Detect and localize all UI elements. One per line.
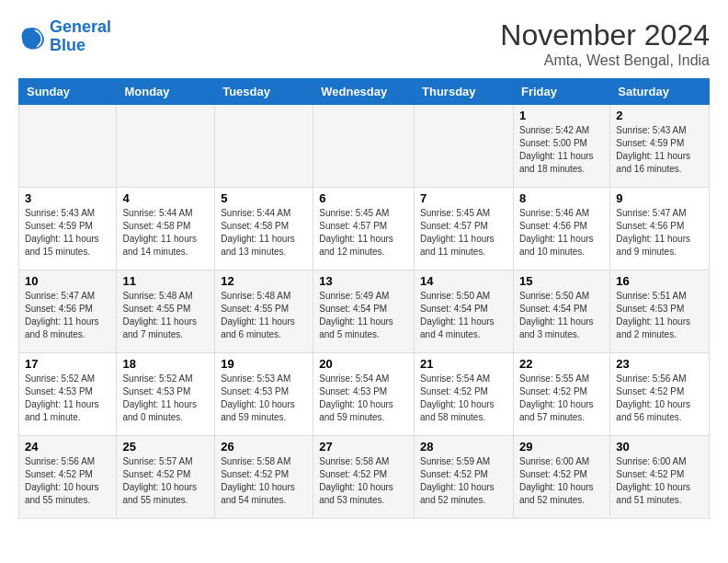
- logo-line2: Blue: [50, 36, 85, 54]
- day-number: 26: [221, 440, 307, 454]
- week-row-2: 3Sunrise: 5:43 AM Sunset: 4:59 PM Daylig…: [19, 188, 710, 270]
- week-row-1: 1Sunrise: 5:42 AM Sunset: 5:00 PM Daylig…: [19, 105, 710, 188]
- day-info: Sunrise: 5:52 AM Sunset: 4:53 PM Dayligh…: [122, 373, 209, 424]
- calendar-cell: 20Sunrise: 5:54 AM Sunset: 4:53 PM Dayli…: [313, 353, 415, 436]
- day-info: Sunrise: 5:54 AM Sunset: 4:53 PM Dayligh…: [319, 373, 408, 424]
- calendar-cell: 17Sunrise: 5:52 AM Sunset: 4:53 PM Dayli…: [19, 353, 117, 436]
- day-number: 9: [616, 191, 703, 205]
- calendar-cell: 6Sunrise: 5:45 AM Sunset: 4:57 PM Daylig…: [313, 188, 415, 270]
- calendar-cell: [313, 105, 415, 188]
- calendar-cell: 27Sunrise: 5:58 AM Sunset: 4:52 PM Dayli…: [313, 436, 415, 519]
- calendar-cell: 19Sunrise: 5:53 AM Sunset: 4:53 PM Dayli…: [215, 353, 313, 436]
- day-info: Sunrise: 6:00 AM Sunset: 4:52 PM Dayligh…: [519, 455, 604, 507]
- day-info: Sunrise: 5:43 AM Sunset: 4:59 PM Dayligh…: [25, 207, 110, 259]
- day-info: Sunrise: 5:59 AM Sunset: 4:52 PM Dayligh…: [420, 455, 507, 507]
- day-number: 18: [122, 357, 209, 371]
- calendar-cell: 5Sunrise: 5:44 AM Sunset: 4:58 PM Daylig…: [215, 188, 313, 270]
- calendar-table: SundayMondayTuesdayWednesdayThursdayFrid…: [18, 78, 710, 519]
- day-info: Sunrise: 5:52 AM Sunset: 4:53 PM Dayligh…: [25, 373, 110, 424]
- day-number: 6: [319, 191, 408, 205]
- logo-icon: [18, 23, 46, 51]
- day-info: Sunrise: 5:55 AM Sunset: 4:52 PM Dayligh…: [519, 373, 604, 424]
- day-number: 12: [221, 274, 307, 288]
- day-number: 21: [420, 357, 507, 371]
- day-number: 27: [319, 440, 408, 454]
- day-info: Sunrise: 5:49 AM Sunset: 4:54 PM Dayligh…: [319, 290, 408, 341]
- day-info: Sunrise: 5:58 AM Sunset: 4:52 PM Dayligh…: [319, 455, 408, 507]
- day-number: 5: [221, 191, 307, 205]
- day-info: Sunrise: 5:54 AM Sunset: 4:52 PM Dayligh…: [420, 373, 507, 424]
- calendar-cell: [117, 105, 215, 188]
- calendar-cell: 21Sunrise: 5:54 AM Sunset: 4:52 PM Dayli…: [415, 353, 514, 436]
- logo: General Blue: [18, 18, 111, 55]
- day-info: Sunrise: 6:00 AM Sunset: 4:52 PM Dayligh…: [616, 455, 703, 507]
- day-number: 3: [25, 191, 110, 205]
- day-number: 10: [25, 274, 110, 288]
- calendar-cell: 22Sunrise: 5:55 AM Sunset: 4:52 PM Dayli…: [513, 353, 609, 436]
- calendar-cell: 9Sunrise: 5:47 AM Sunset: 4:56 PM Daylig…: [610, 188, 710, 270]
- day-number: 20: [319, 357, 408, 371]
- weekday-header-friday: Friday: [513, 79, 609, 105]
- calendar-cell: 14Sunrise: 5:50 AM Sunset: 4:54 PM Dayli…: [415, 270, 514, 353]
- day-info: Sunrise: 5:56 AM Sunset: 4:52 PM Dayligh…: [616, 373, 703, 424]
- calendar-cell: 16Sunrise: 5:51 AM Sunset: 4:53 PM Dayli…: [610, 270, 710, 353]
- day-info: Sunrise: 5:53 AM Sunset: 4:53 PM Dayligh…: [221, 373, 307, 424]
- weekday-header-saturday: Saturday: [610, 79, 710, 105]
- day-info: Sunrise: 5:48 AM Sunset: 4:55 PM Dayligh…: [122, 290, 209, 341]
- day-number: 8: [519, 191, 604, 205]
- calendar-cell: [19, 105, 117, 188]
- day-number: 23: [616, 357, 703, 371]
- day-info: Sunrise: 5:47 AM Sunset: 4:56 PM Dayligh…: [25, 290, 110, 341]
- day-info: Sunrise: 5:51 AM Sunset: 4:53 PM Dayligh…: [616, 290, 703, 341]
- title-block: November 2024 Amta, West Bengal, India: [500, 18, 710, 69]
- day-number: 7: [420, 191, 507, 205]
- day-number: 16: [616, 274, 703, 288]
- day-info: Sunrise: 5:56 AM Sunset: 4:52 PM Dayligh…: [25, 455, 110, 507]
- calendar-cell: 10Sunrise: 5:47 AM Sunset: 4:56 PM Dayli…: [19, 270, 117, 353]
- day-number: 17: [25, 357, 110, 371]
- calendar-cell: 24Sunrise: 5:56 AM Sunset: 4:52 PM Dayli…: [19, 436, 117, 519]
- calendar-cell: 25Sunrise: 5:57 AM Sunset: 4:52 PM Dayli…: [117, 436, 215, 519]
- calendar-cell: 30Sunrise: 6:00 AM Sunset: 4:52 PM Dayli…: [610, 436, 710, 519]
- day-info: Sunrise: 5:45 AM Sunset: 4:57 PM Dayligh…: [319, 207, 408, 259]
- day-info: Sunrise: 5:45 AM Sunset: 4:57 PM Dayligh…: [420, 207, 507, 259]
- day-info: Sunrise: 5:58 AM Sunset: 4:52 PM Dayligh…: [221, 455, 307, 507]
- day-number: 19: [221, 357, 307, 371]
- calendar-cell: 8Sunrise: 5:46 AM Sunset: 4:56 PM Daylig…: [513, 188, 609, 270]
- location: Amta, West Bengal, India: [500, 52, 710, 69]
- calendar-cell: 23Sunrise: 5:56 AM Sunset: 4:52 PM Dayli…: [610, 353, 710, 436]
- day-info: Sunrise: 5:46 AM Sunset: 4:56 PM Dayligh…: [519, 207, 604, 259]
- day-info: Sunrise: 5:47 AM Sunset: 4:56 PM Dayligh…: [616, 207, 703, 259]
- week-row-5: 24Sunrise: 5:56 AM Sunset: 4:52 PM Dayli…: [19, 436, 710, 519]
- day-number: 15: [519, 274, 604, 288]
- calendar-cell: 13Sunrise: 5:49 AM Sunset: 4:54 PM Dayli…: [313, 270, 415, 353]
- weekday-header-tuesday: Tuesday: [215, 79, 313, 105]
- weekday-header-row: SundayMondayTuesdayWednesdayThursdayFrid…: [19, 79, 710, 105]
- day-number: 30: [616, 440, 703, 454]
- logo-text: General Blue: [50, 18, 111, 55]
- day-number: 2: [616, 109, 703, 122]
- day-number: 25: [122, 440, 209, 454]
- day-number: 24: [25, 440, 110, 454]
- day-number: 14: [420, 274, 507, 288]
- day-info: Sunrise: 5:42 AM Sunset: 5:00 PM Dayligh…: [519, 124, 604, 176]
- calendar-cell: 29Sunrise: 6:00 AM Sunset: 4:52 PM Dayli…: [513, 436, 609, 519]
- day-number: 1: [519, 109, 604, 122]
- calendar-cell: 4Sunrise: 5:44 AM Sunset: 4:58 PM Daylig…: [117, 188, 215, 270]
- day-info: Sunrise: 5:57 AM Sunset: 4:52 PM Dayligh…: [122, 455, 209, 507]
- calendar-cell: 28Sunrise: 5:59 AM Sunset: 4:52 PM Dayli…: [415, 436, 514, 519]
- day-info: Sunrise: 5:48 AM Sunset: 4:55 PM Dayligh…: [221, 290, 307, 341]
- calendar-cell: 12Sunrise: 5:48 AM Sunset: 4:55 PM Dayli…: [215, 270, 313, 353]
- day-info: Sunrise: 5:44 AM Sunset: 4:58 PM Dayligh…: [122, 207, 209, 259]
- day-number: 11: [122, 274, 209, 288]
- day-number: 4: [122, 191, 209, 205]
- week-row-3: 10Sunrise: 5:47 AM Sunset: 4:56 PM Dayli…: [19, 270, 710, 353]
- day-info: Sunrise: 5:50 AM Sunset: 4:54 PM Dayligh…: [420, 290, 507, 341]
- calendar-cell: 7Sunrise: 5:45 AM Sunset: 4:57 PM Daylig…: [415, 188, 514, 270]
- page-header: General Blue November 2024 Amta, West Be…: [18, 18, 710, 69]
- day-number: 13: [319, 274, 408, 288]
- day-info: Sunrise: 5:50 AM Sunset: 4:54 PM Dayligh…: [519, 290, 604, 341]
- day-info: Sunrise: 5:44 AM Sunset: 4:58 PM Dayligh…: [221, 207, 307, 259]
- day-info: Sunrise: 5:43 AM Sunset: 4:59 PM Dayligh…: [616, 124, 703, 176]
- calendar-cell: 2Sunrise: 5:43 AM Sunset: 4:59 PM Daylig…: [610, 105, 710, 188]
